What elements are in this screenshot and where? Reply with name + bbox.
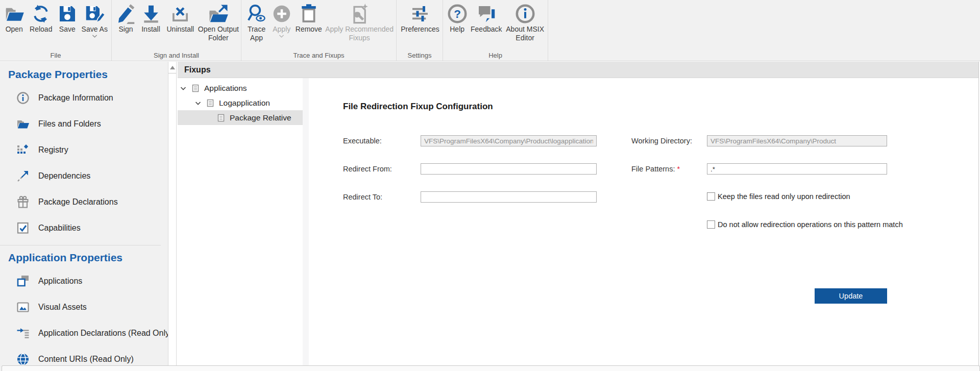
- apply-recommended-fixups-icon: [349, 4, 370, 24]
- tree-item-label: Applications: [204, 84, 247, 93]
- uninstall-label: Uninstall: [167, 25, 194, 34]
- sidebar-item-files-and-folders[interactable]: Files and Folders: [0, 111, 168, 137]
- package-declarations-icon: [16, 195, 30, 209]
- dependencies-icon: [16, 169, 30, 183]
- chevron-down-icon[interactable]: [179, 84, 187, 92]
- remove-icon: [299, 4, 319, 24]
- msix-editor-window: Open Reload Save: [0, 0, 980, 371]
- preferences-button[interactable]: Preferences: [399, 1, 442, 34]
- executable-label: Executable:: [343, 135, 382, 146]
- reload-button[interactable]: Reload: [27, 1, 56, 34]
- package-information-icon: [16, 91, 30, 105]
- preferences-icon: [410, 4, 430, 24]
- apply-recommended-fixups-button: Apply Recommended Fixups: [324, 1, 395, 42]
- help-button[interactable]: ? Help: [445, 1, 469, 34]
- sign-button[interactable]: Sign: [114, 1, 138, 34]
- remove-label: Remove: [296, 25, 322, 34]
- save-as-button[interactable]: Save As: [79, 1, 110, 38]
- sidebar-item-package-information[interactable]: Package Information: [0, 85, 168, 111]
- open-output-folder-button[interactable]: Open Output Folder: [197, 1, 240, 42]
- apply-recommended-fixups-label: Apply Recommended Fixups: [325, 25, 394, 42]
- required-asterisk: *: [677, 165, 680, 173]
- tree-item-logapplication[interactable]: Logapplication: [178, 95, 303, 110]
- files-and-folders-icon: [16, 117, 30, 131]
- ribbon-group-label-settings: Settings: [397, 52, 443, 59]
- visual-assets-icon: [16, 301, 30, 314]
- content-uris-icon: [16, 353, 30, 366]
- uninstall-button[interactable]: Uninstall: [164, 1, 197, 34]
- document-icon: [191, 84, 200, 92]
- uninstall-icon: [170, 4, 190, 24]
- tree-item-package-relative[interactable]: Package Relative: [178, 110, 303, 125]
- save-label: Save: [59, 25, 76, 34]
- scrollbar-up-button[interactable]: [168, 62, 176, 73]
- open-button[interactable]: Open: [2, 1, 27, 34]
- working-directory-input: [707, 135, 887, 146]
- open-output-folder-label: Open Output Folder: [198, 25, 239, 42]
- package-properties-heading: Package Properties: [8, 68, 168, 82]
- about-msix-editor-button[interactable]: About MSIX Editor: [503, 1, 547, 42]
- save-button[interactable]: Save: [56, 1, 79, 34]
- apply-chevron-icon: [279, 34, 284, 38]
- sidebar-item-capabilities[interactable]: Capabilities: [0, 215, 168, 241]
- ribbon-separator: [548, 0, 548, 61]
- file-patterns-input[interactable]: [707, 163, 887, 175]
- ribbon-group-settings: Preferences Settings: [397, 0, 443, 61]
- svg-text:?: ?: [454, 8, 461, 20]
- trace-app-icon: [247, 4, 267, 24]
- update-button[interactable]: Update: [815, 288, 887, 304]
- trace-app-button[interactable]: Trace App: [243, 1, 270, 42]
- install-button[interactable]: Install: [138, 1, 164, 34]
- no-redirection-checkbox-row: Do not allow redirection operations on t…: [707, 220, 903, 229]
- sidebar-scrollbar[interactable]: [168, 62, 177, 365]
- no-redirection-checkbox[interactable]: [707, 220, 715, 229]
- sidebar-item-visual-assets[interactable]: Visual Assets: [0, 294, 168, 320]
- sidebar-item-applications[interactable]: Applications: [0, 268, 168, 294]
- form-title: File Redirection Fixup Configuration: [343, 102, 493, 112]
- sidebar-item-registry[interactable]: Registry: [0, 137, 168, 163]
- ribbon-toolbar: Open Reload Save: [0, 0, 980, 61]
- feedback-button[interactable]: Feedback: [469, 1, 503, 34]
- ribbon-group-trace-fixups: Trace App Apply Remove: [241, 0, 396, 61]
- chevron-down-icon[interactable]: [194, 99, 202, 107]
- navigation-sidebar: Package Properties Package Information F…: [0, 62, 168, 371]
- sign-label: Sign: [119, 25, 133, 34]
- ribbon-group-help: ? Help Feedback About MSIX Editor: [443, 0, 548, 61]
- scroll-up-arrow-icon: [170, 66, 175, 69]
- no-redirection-label: Do not allow redirection operations on t…: [718, 220, 903, 229]
- reload-icon: [31, 4, 51, 24]
- help-label: Help: [450, 25, 464, 34]
- reload-label: Reload: [30, 25, 52, 34]
- redirect-from-input[interactable]: [421, 163, 597, 175]
- tree-item-label: Logapplication: [219, 98, 270, 108]
- tree-item-applications[interactable]: Applications: [178, 81, 303, 95]
- help-icon: ?: [447, 4, 468, 24]
- save-as-chevron-icon: [92, 34, 97, 38]
- preferences-label: Preferences: [401, 25, 439, 34]
- keep-read-only-checkbox[interactable]: [707, 192, 715, 201]
- redirect-to-input[interactable]: [421, 191, 597, 203]
- save-as-label: Save As: [82, 25, 108, 34]
- keep-read-only-checkbox-row: Keep the files read only upon redirectio…: [707, 192, 850, 201]
- open-output-folder-icon: [208, 4, 229, 24]
- install-icon: [141, 4, 161, 24]
- redirect-from-label: Redirect From:: [343, 163, 392, 175]
- sign-icon: [116, 4, 136, 24]
- open-icon: [4, 4, 24, 24]
- apply-button: Apply: [270, 1, 293, 38]
- redirect-to-label: Redirect To:: [343, 191, 382, 203]
- open-label: Open: [6, 25, 23, 34]
- sidebar-item-dependencies[interactable]: Dependencies: [0, 163, 168, 189]
- about-msix-editor-icon: [515, 4, 535, 24]
- bottom-panel-splitter[interactable]: [2, 365, 980, 371]
- tree-form-splitter[interactable]: [303, 78, 309, 365]
- remove-button[interactable]: Remove: [293, 1, 324, 34]
- panel-title: Fixups: [178, 62, 978, 78]
- ribbon-group-label-trace-fixups: Trace and Fixups: [241, 52, 396, 59]
- sidebar-divider: [0, 245, 161, 245]
- sidebar-item-application-declarations[interactable]: Application Declarations (Read Only): [0, 320, 168, 346]
- about-msix-editor-label: About MSIX Editor: [506, 25, 544, 42]
- registry-icon: [16, 143, 30, 157]
- sidebar-item-package-declarations[interactable]: Package Declarations: [0, 189, 168, 215]
- executable-input: [421, 135, 597, 146]
